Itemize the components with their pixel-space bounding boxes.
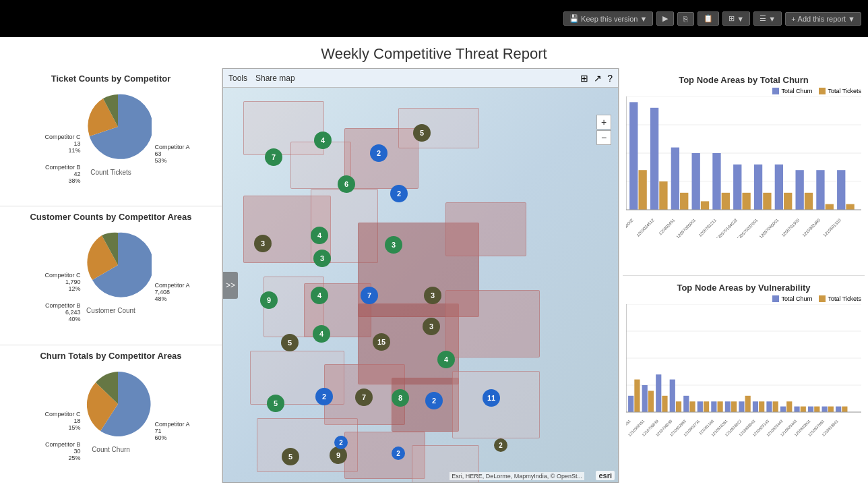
svg-rect-19 bbox=[722, 193, 730, 210]
svg-rect-24 bbox=[775, 165, 783, 210]
map-area[interactable]: Tools Share map ⊞ ↗ ? bbox=[222, 68, 619, 483]
map-content[interactable]: + − >> 7 4 2 5 6 2 4 3 3 9 3 bbox=[223, 88, 618, 482]
map-toolbar: Tools Share map ⊞ ↗ ? bbox=[223, 69, 618, 88]
svg-text:1205701211: 1205701211 bbox=[698, 217, 717, 237]
copy-icon: ⎘ bbox=[683, 15, 688, 23]
svg-rect-18 bbox=[712, 153, 720, 210]
marker-6[interactable]: 2 bbox=[390, 185, 408, 202]
marker-8[interactable]: 3 bbox=[385, 236, 402, 254]
save-icon: 💾 bbox=[569, 14, 579, 23]
expand-arrow-button[interactable]: >> bbox=[223, 272, 238, 299]
svg-rect-29 bbox=[826, 204, 834, 210]
total-churn-svg: 0 5 10 15 20 bbox=[626, 96, 861, 238]
tools-button[interactable]: Tools bbox=[228, 74, 247, 83]
zoom-in-button[interactable]: + bbox=[596, 115, 611, 130]
churn-pie-svg bbox=[84, 370, 152, 438]
comp-b-label1: Competitor B 42 38% bbox=[45, 164, 81, 184]
dropdown-arrow-icon: ▼ bbox=[640, 15, 647, 23]
svg-rect-79 bbox=[794, 407, 799, 412]
map-attribution: Esri, HERE, DeLorme, MapmyIndia, © OpenS… bbox=[450, 472, 584, 480]
vulnerability-svg: 0 5 10 15 20 bbox=[626, 304, 861, 439]
svg-rect-11 bbox=[638, 170, 646, 210]
svg-rect-65 bbox=[698, 401, 703, 412]
marker-17[interactable]: 15 bbox=[373, 333, 390, 351]
marker-26[interactable]: 2 bbox=[494, 438, 507, 452]
paste-button[interactable]: 📋 bbox=[698, 11, 719, 26]
paste-icon: 📋 bbox=[704, 14, 713, 23]
map-region-12 bbox=[445, 290, 540, 357]
svg-rect-22 bbox=[754, 165, 762, 210]
svg-rect-16 bbox=[692, 153, 700, 210]
map-icon-3[interactable]: ? bbox=[607, 73, 613, 84]
copy-button[interactable]: ⎘ bbox=[677, 12, 694, 26]
marker-22[interactable]: 7 bbox=[355, 389, 373, 406]
svg-rect-83 bbox=[822, 407, 827, 412]
marker-27[interactable]: 2 bbox=[392, 447, 405, 460]
toolbar-buttons: 💾 Keep this version ▼ ▶ ⎘ 📋 ⊞ ▼ ☰ ▼ bbox=[563, 11, 861, 26]
total-churn-chart-container: Top Node Areas by Total Churn Total Chur… bbox=[623, 71, 865, 272]
svg-rect-82 bbox=[814, 407, 819, 412]
svg-rect-71 bbox=[739, 401, 744, 412]
comp-c-label3: Competitor C 18 15% bbox=[44, 411, 80, 431]
marker-16[interactable]: 4 bbox=[313, 325, 330, 343]
keep-version-button[interactable]: 💾 Keep this version ▼ bbox=[563, 11, 653, 26]
play-button[interactable]: ▶ bbox=[656, 11, 674, 26]
marker-30[interactable]: 2 bbox=[334, 436, 348, 449]
marker-1[interactable]: 7 bbox=[265, 148, 282, 166]
marker-29[interactable]: 5 bbox=[282, 448, 299, 465]
marker-5[interactable]: 6 bbox=[338, 175, 355, 193]
churn-legend-item: Total Churn bbox=[772, 88, 812, 94]
marker-12[interactable]: 4 bbox=[311, 287, 328, 304]
vulnerability-legend: Total Churn Total Tickets bbox=[626, 295, 861, 302]
svg-rect-86 bbox=[842, 407, 847, 412]
marker-24[interactable]: 2 bbox=[425, 392, 443, 409]
svg-rect-62 bbox=[676, 401, 681, 412]
marker-9[interactable]: 3 bbox=[254, 235, 272, 252]
format-button[interactable]: ☰ ▼ bbox=[753, 11, 782, 26]
map-toolbar-icons: ⊞ ↗ ? bbox=[580, 73, 613, 84]
comp-a-label2: Competitor A 7,408 48% bbox=[155, 282, 190, 302]
marker-28[interactable]: 9 bbox=[330, 447, 347, 464]
add-report-button[interactable]: + Add this report ▼ bbox=[785, 12, 861, 26]
share-map-button[interactable]: Share map bbox=[255, 74, 295, 83]
customer-subtitle: Customer Count bbox=[3, 307, 218, 314]
vulnerability-chart-container: Top Node Areas by Vulnerability Total Ch… bbox=[623, 279, 865, 480]
customer-counts-chart: Competitor C 1,790 12% Competitor B 6,24… bbox=[3, 225, 218, 306]
marker-10[interactable]: 9 bbox=[260, 291, 278, 309]
svg-rect-69 bbox=[725, 401, 731, 412]
map-icon-2[interactable]: ↗ bbox=[594, 73, 602, 84]
marker-15[interactable]: 5 bbox=[281, 334, 299, 351]
vuln-churn-legend-color bbox=[772, 295, 779, 302]
vuln-tickets-legend-color bbox=[819, 295, 826, 302]
map-icon-1[interactable]: ⊞ bbox=[580, 73, 588, 84]
svg-text:120302451: 120302451 bbox=[658, 217, 676, 236]
marker-23[interactable]: 8 bbox=[392, 389, 409, 407]
content-area: Weekly Competitive Threat Report Ticket … bbox=[0, 37, 868, 489]
vuln-churn-legend-item: Total Churn bbox=[772, 295, 812, 302]
marker-25[interactable]: 11 bbox=[483, 389, 500, 407]
grid-button[interactable]: ⊞ ▼ bbox=[722, 11, 750, 26]
svg-rect-76 bbox=[773, 401, 778, 412]
marker-14[interactable]: 3 bbox=[424, 287, 441, 304]
marker-18[interactable]: 3 bbox=[423, 318, 440, 335]
marker-13[interactable]: 7 bbox=[361, 287, 378, 304]
marker-3[interactable]: 2 bbox=[370, 144, 388, 162]
zoom-out-button[interactable]: − bbox=[596, 130, 611, 145]
marker-21[interactable]: 2 bbox=[315, 388, 333, 405]
marker-2[interactable]: 4 bbox=[314, 132, 332, 149]
svg-rect-12 bbox=[650, 108, 658, 210]
ticket-subtitle: Count Tickets bbox=[3, 169, 218, 176]
svg-rect-56 bbox=[634, 380, 640, 412]
svg-rect-27 bbox=[805, 193, 813, 210]
comp-b-label3: Competitor B 30 25% bbox=[45, 441, 81, 461]
churn-totals-chart: Competitor C 18 15% Competitor B 30 25% bbox=[3, 364, 218, 444]
marker-20[interactable]: 5 bbox=[267, 395, 284, 412]
marker-7[interactable]: 4 bbox=[311, 227, 328, 244]
marker-4[interactable]: 5 bbox=[413, 124, 431, 142]
marker-19[interactable]: 4 bbox=[437, 351, 455, 368]
svg-rect-15 bbox=[680, 193, 688, 210]
marker-11[interactable]: 3 bbox=[313, 250, 331, 267]
svg-text:120570037001: 120570037001 bbox=[736, 217, 759, 238]
customer-counts-section: Customer Counts by Competitor Areas Comp… bbox=[0, 206, 222, 345]
svg-rect-25 bbox=[784, 193, 792, 210]
